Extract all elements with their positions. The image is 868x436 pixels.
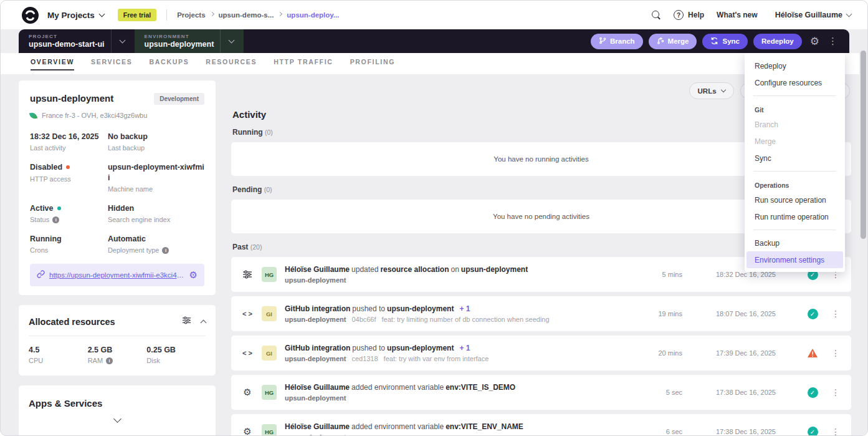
url-settings-gear-icon[interactable]: ⚙ [189,269,198,281]
stat-http-access: Disabled HTTP access [30,162,102,193]
row-kebab-icon[interactable]: ⋮ [829,309,842,319]
project-selector[interactable]: PROJECT upsun-demo-start-ui [19,29,135,53]
activity-age: 19 mins [642,310,682,317]
environment-sidebar: upsun-deployment Development France fr-3… [19,80,216,436]
environment-stats: 18:32 Dec 16, 2025 Last activity No back… [30,132,204,254]
search-icon[interactable] [652,11,661,20]
collapse-chevron-icon[interactable] [201,320,207,326]
sliders-icon[interactable] [182,316,191,327]
green-leaf-icon [29,111,37,119]
help-label: Help [688,11,704,19]
activity-row[interactable]: GI GitHub integrationpushed toupsun-depl… [231,296,851,331]
activity-text: Héloïse Guillaumeadded environment varia… [285,422,531,436]
merge-icon [657,37,664,46]
stat-last-backup: No backup Last backup [108,132,204,152]
chevron-down-icon[interactable] [220,29,241,53]
region-label: France fr-3 - OVH, e3kci43gz6wbu [42,112,147,119]
status-dot-teal [57,206,61,210]
activity-text: GitHub integrationpushed toupsun-deploym… [285,304,550,323]
tab-overview[interactable]: OVERVIEW [31,58,74,70]
info-icon[interactable] [106,357,113,364]
menu-item-redeploy[interactable]: Redeploy [745,57,845,74]
tab-resources[interactable]: RESOURCES [206,58,257,69]
success-check-icon: ✓ [807,387,818,398]
code-icon [241,310,254,317]
upsun-logo-icon [22,7,39,24]
app-window: My Projects Free trial Projects upsun-de… [0,0,868,436]
redeploy-label: Redeploy [761,37,794,45]
tab-profiling[interactable]: PROFILING [350,58,395,69]
scrollbar-track[interactable] [859,29,867,435]
sync-button[interactable]: Sync [702,34,748,49]
environment-actions-menu: Redeploy Configure resources Git Branch … [745,53,845,272]
merge-button[interactable]: Merge [649,34,697,49]
help-button[interactable]: ? Help [674,10,704,20]
expand-chevron-icon[interactable] [113,415,122,423]
avatar: HG [262,424,277,436]
breadcrumb-projects[interactable]: Projects [177,11,205,19]
tab-services[interactable]: SERVICES [91,58,133,69]
settings-gear-icon[interactable]: ⚙ [810,35,819,47]
stat-search-engine-index: Hidden Search engine index [108,203,204,223]
environment-url-link[interactable]: https://upsun-deployment-xiwfmii-e3kci43… [49,271,185,279]
avatar: HG [262,267,277,282]
resource-disk: 0.25 GB Disk [146,346,206,364]
info-icon[interactable] [52,216,59,223]
sync-icon [710,37,718,46]
resource-ram: 2.5 GB RAM [88,346,147,364]
activity-row[interactable]: ⚙ HG Héloïse Guillaumeadded environment … [231,414,851,436]
menu-item-branch: Branch [745,116,845,133]
sync-label: Sync [722,37,740,45]
info-icon[interactable] [162,247,169,254]
environment-url-row: https://upsun-deployment-xiwfmii-e3kci43… [30,264,204,286]
free-trial-badge: Free trial [118,9,156,21]
menu-item-run-runtime-operation[interactable]: Run runtime operation [745,208,845,225]
activity-date: 18:07 Dec 16, 2025 [699,310,776,317]
activity-text: Héloïse Guillaumeadded environment varia… [285,383,523,402]
chevron-down-icon[interactable] [111,29,132,53]
environment-selector[interactable]: ENVIRONMENT upsun-deployment [135,29,244,53]
activity-row[interactable]: ⚙ HG Héloïse Guillaumeadded environment … [231,375,851,410]
environment-title: upsun-deployment [30,93,113,104]
breadcrumb-environment-name[interactable]: upsun-deploy... [287,11,339,19]
scrollbar-thumb[interactable] [861,51,866,239]
row-kebab-icon[interactable]: ⋮ [829,348,842,358]
menu-item-backup[interactable]: Backup [745,235,845,251]
breadcrumb-sep-icon [278,12,282,16]
tab-http-traffic[interactable]: HTTP TRAFFIC [274,58,333,69]
my-projects-label: My Projects [47,11,95,20]
activity-row[interactable]: GI GitHub integrationpushed toupsun-depl… [231,336,851,371]
menu-item-configure-resources[interactable]: Configure resources [745,74,845,91]
environment-label: ENVIRONMENT [145,34,214,39]
menu-item-merge: Merge [745,133,845,150]
breadcrumb-project-name[interactable]: upsun-demo-s... [219,11,274,19]
whats-new-button[interactable]: What's new [717,11,758,19]
allocated-resources-title: Allocated resources [29,317,182,327]
branch-button[interactable]: Branch [591,34,643,49]
menu-item-environment-settings[interactable]: Environment settings [746,251,843,268]
more-actions-kebab-icon[interactable]: ⋮ [825,36,841,47]
merge-label: Merge [668,37,689,45]
redeploy-button[interactable]: Redeploy [753,34,802,49]
tab-backups[interactable]: BACKUPS [150,58,189,69]
activity-age: 20 mins [642,349,682,357]
stat-machine-name: upsun-deployment-xiwfmii Machine name [108,162,204,193]
avatar: HG [262,385,277,400]
breadcrumb-sep-icon [209,12,214,16]
success-check-icon: ✓ [807,309,818,319]
page-body: upsun-deployment Development France fr-3… [1,74,867,436]
menu-item-sync[interactable]: Sync [745,150,845,167]
activity-date: 17:38 Dec 16, 2025 [699,389,776,396]
avatar: GI [262,306,277,321]
menu-item-run-source-operation[interactable]: Run source operation [745,191,845,208]
status-dot-orange [66,165,70,169]
activity-date: 17:39 Dec 16, 2025 [699,349,776,357]
user-menu[interactable]: Héloïse Guillaume [775,11,851,19]
row-kebab-icon[interactable]: ⋮ [829,427,842,436]
my-projects-menu[interactable]: My Projects [47,11,104,20]
row-kebab-icon[interactable]: ⋮ [829,387,842,397]
stat-crons: Running Crons [30,234,102,254]
activity-text: GitHub integrationpushed toupsun-deploym… [285,344,489,362]
warning-triangle-icon [807,348,818,358]
urls-button[interactable]: URLs [689,82,734,99]
